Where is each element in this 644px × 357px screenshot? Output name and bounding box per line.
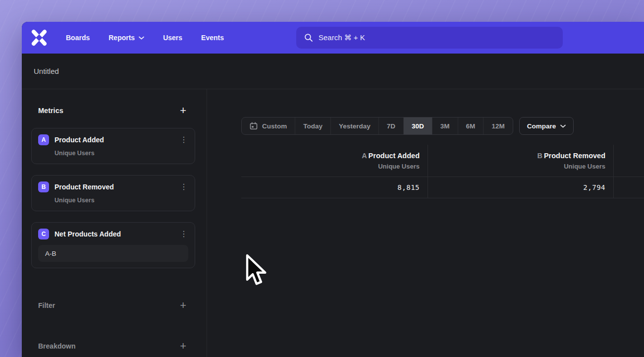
add-filter-button[interactable]: + <box>180 300 186 311</box>
search-icon <box>304 33 313 42</box>
nav-item-label: Reports <box>108 34 135 42</box>
date-toolbar: Custom Today Yesterday 7D 30D 3M 6M 12M … <box>241 117 574 135</box>
tab-label: 12M <box>491 122 504 130</box>
add-metric-button[interactable]: + <box>180 105 186 116</box>
search-placeholder: Search ⌘ + K <box>319 33 365 42</box>
tab-12m[interactable]: 12M <box>483 118 512 134</box>
add-breakdown-button[interactable]: + <box>180 341 186 352</box>
column-header-overflow <box>614 145 644 177</box>
column-subtitle: Unique Users <box>564 163 605 170</box>
nav-item-events[interactable]: Events <box>201 34 224 42</box>
report-title[interactable]: Untitled <box>34 67 59 75</box>
value-cell-b[interactable]: 2,794 <box>428 177 614 198</box>
metric-badge: B <box>38 181 49 192</box>
tab-label: Custom <box>262 122 287 130</box>
tab-label: Today <box>303 122 322 130</box>
tab-label: 6M <box>466 122 476 130</box>
nav-item-label: Events <box>201 34 224 42</box>
compare-label: Compare <box>527 122 556 130</box>
tab-label: Yesterday <box>339 122 371 130</box>
main-content: Custom Today Yesterday 7D 30D 3M 6M 12M … <box>207 89 644 357</box>
column-title: AProduct Added <box>362 152 420 160</box>
chevron-down-icon <box>139 36 144 40</box>
metric-name: Net Products Added <box>54 230 179 238</box>
metric-measurement[interactable]: Unique Users <box>54 150 188 157</box>
column-title: BProduct Removed <box>537 152 605 160</box>
tab-label: 3M <box>440 122 450 130</box>
filter-label: Filter <box>38 301 55 309</box>
nav-item-label: Boards <box>66 34 90 42</box>
tab-yesterday[interactable]: Yesterday <box>330 118 378 134</box>
tab-30d[interactable]: 30D <box>403 118 432 134</box>
value-cell-a[interactable]: 8,815 <box>241 177 428 198</box>
metric-badge: A <box>38 134 49 145</box>
column-badge: B <box>537 152 542 160</box>
metric-card-b[interactable]: B Product Removed ⋮ Unique Users <box>31 175 195 211</box>
metric-badge: C <box>38 229 49 239</box>
metric-card-a[interactable]: A Product Added ⋮ Unique Users <box>31 128 195 164</box>
kebab-menu-icon[interactable]: ⋮ <box>179 230 188 238</box>
value-cell-overflow <box>614 177 644 198</box>
column-header-a[interactable]: AProduct Added Unique Users <box>241 145 428 177</box>
column-header-b[interactable]: BProduct Removed Unique Users <box>428 145 614 177</box>
app-window: Boards Reports Users Events Search ⌘ + K <box>22 22 644 357</box>
report-header: Untitled <box>22 54 644 89</box>
tab-6m[interactable]: 6M <box>458 118 483 134</box>
kebab-menu-icon[interactable]: ⋮ <box>179 136 188 144</box>
metric-card-c[interactable]: C Net Products Added ⋮ A-B <box>31 222 195 268</box>
search-input[interactable]: Search ⌘ + K <box>296 27 563 49</box>
chevron-down-icon <box>560 124 566 128</box>
filter-section-header: Filter + <box>22 300 207 311</box>
nav-item-reports[interactable]: Reports <box>108 34 144 42</box>
nav-item-users[interactable]: Users <box>163 34 182 42</box>
tab-label: 7D <box>387 122 395 130</box>
nav-item-label: Users <box>163 34 182 42</box>
breakdown-section-header: Breakdown + <box>22 341 207 352</box>
calendar-icon <box>250 122 258 130</box>
date-range-tabs: Custom Today Yesterday 7D 30D 3M 6M 12M <box>241 117 513 135</box>
tab-label: 30D <box>412 122 424 130</box>
mixpanel-logo-icon[interactable] <box>31 29 48 46</box>
metric-name: Product Added <box>54 136 179 144</box>
top-nav: Boards Reports Users Events Search ⌘ + K <box>22 22 644 54</box>
tab-7d[interactable]: 7D <box>378 118 403 134</box>
tab-today[interactable]: Today <box>295 118 330 134</box>
metric-measurement[interactable]: Unique Users <box>54 197 188 204</box>
formula-input[interactable]: A-B <box>38 245 188 262</box>
results-table: AProduct Added Unique Users BProduct Rem… <box>241 145 644 198</box>
compare-button[interactable]: Compare <box>519 117 574 135</box>
nav-menu: Boards Reports Users Events <box>66 34 224 42</box>
column-subtitle: Unique Users <box>378 163 420 170</box>
breakdown-label: Breakdown <box>38 342 75 350</box>
metric-name: Product Removed <box>54 183 179 191</box>
tab-3m[interactable]: 3M <box>432 118 458 134</box>
nav-item-boards[interactable]: Boards <box>66 34 90 42</box>
kebab-menu-icon[interactable]: ⋮ <box>179 183 188 191</box>
column-badge: A <box>362 152 367 160</box>
query-sidebar: Metrics + A Product Added ⋮ Unique Users… <box>22 89 207 357</box>
metrics-section-header: Metrics + <box>22 105 207 116</box>
metrics-label: Metrics <box>38 107 63 115</box>
tab-custom[interactable]: Custom <box>242 118 295 134</box>
